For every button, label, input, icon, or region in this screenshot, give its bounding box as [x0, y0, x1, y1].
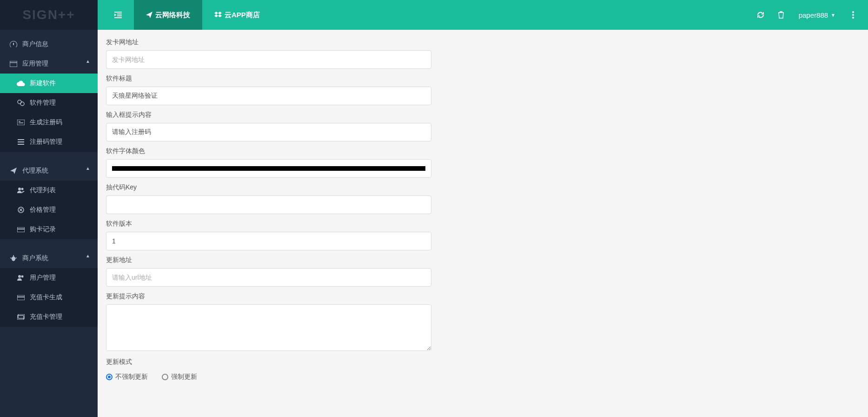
- nav-agent-list[interactable]: 代理列表: [0, 181, 98, 200]
- title-input[interactable]: [106, 87, 431, 105]
- card-url-input[interactable]: [106, 50, 431, 69]
- sidebar: SIGN++ 商户信息 应用管理 ▲ 新建软件 软件管理: [0, 0, 98, 417]
- nav: 商户信息 应用管理 ▲ 新建软件 软件管理 生成注册码: [0, 30, 98, 417]
- dropbox-icon: [214, 12, 222, 18]
- card-icon: [16, 120, 26, 125]
- plane-icon: [146, 12, 152, 18]
- dashboard-icon: [8, 41, 19, 47]
- update-url-input[interactable]: [106, 268, 431, 287]
- nav-merchant-system[interactable]: 商户系统 ▲: [0, 249, 98, 268]
- window-icon: [8, 61, 19, 67]
- svg-point-3: [20, 102, 24, 106]
- refresh-button[interactable]: [750, 0, 771, 30]
- refresh-icon: [757, 11, 764, 19]
- nav-label: 应用管理: [22, 60, 48, 68]
- nav-label: 商户信息: [22, 40, 48, 48]
- nav-sub-merchant: 用户管理 充值卡生成 充值卡管理: [0, 268, 98, 327]
- update-msg-textarea[interactable]: [106, 304, 431, 351]
- topbar: 云网络科技 云APP商店 paper888 ▼: [98, 0, 868, 30]
- nav-label: 代理列表: [30, 186, 56, 195]
- users-icon: [16, 188, 26, 193]
- nav-label: 商户系统: [22, 254, 48, 262]
- radio-no-force[interactable]: 不强制更新: [106, 373, 148, 381]
- svg-line-17: [10, 258, 12, 258]
- user-menu[interactable]: paper888 ▼: [791, 11, 843, 19]
- users-icon: [16, 275, 26, 281]
- svg-rect-21: [17, 295, 25, 300]
- radio-label: 不强制更新: [115, 373, 148, 381]
- card-url-label: 发卡网地址: [106, 38, 431, 47]
- more-button[interactable]: [843, 0, 863, 30]
- nav-recharge-gen[interactable]: 充值卡生成: [0, 288, 98, 307]
- nav-label: 价格管理: [30, 206, 56, 214]
- radio-icon: [106, 374, 113, 380]
- nav-merchant-info[interactable]: 商户信息: [0, 34, 98, 54]
- list-icon: [16, 139, 26, 145]
- nav-label: 新建软件: [30, 79, 56, 87]
- nav-label: 代理系统: [22, 167, 48, 175]
- nav-label: 用户管理: [30, 274, 56, 282]
- color-input[interactable]: [106, 159, 431, 178]
- svg-point-11: [21, 188, 24, 190]
- hint-label: 输入框提示内容: [106, 111, 431, 119]
- top-nav-cloud-tech[interactable]: 云网络科技: [134, 0, 202, 30]
- title-label: 软件标题: [106, 74, 431, 83]
- trash-button[interactable]: [771, 0, 791, 30]
- update-mode-radios: 不强制更新 强制更新: [106, 370, 431, 381]
- gears-icon: [16, 100, 26, 106]
- nav-recharge-manage[interactable]: 充值卡管理: [0, 307, 98, 327]
- nav-gen-regcode[interactable]: 生成注册码: [0, 113, 98, 132]
- version-input[interactable]: [106, 232, 431, 250]
- key-label: 抽代码Key: [106, 183, 431, 192]
- chevron-up-icon: ▲: [86, 166, 90, 171]
- svg-point-20: [21, 276, 24, 278]
- content: 发卡网地址 软件标题 输入框提示内容 软件字体颜色 抽代码Key: [98, 30, 868, 417]
- chevron-up-icon: ▲: [86, 59, 90, 64]
- svg-point-10: [18, 188, 21, 190]
- color-swatch: [112, 166, 425, 171]
- toggle-sidebar-button[interactable]: [102, 0, 134, 30]
- top-nav-label: 云网络科技: [155, 11, 190, 20]
- nav-purchase-record[interactable]: 购卡记录: [0, 220, 98, 239]
- trash-icon: [778, 11, 784, 19]
- svg-point-31: [852, 17, 854, 19]
- cloud-icon: [16, 81, 26, 86]
- plane-icon: [8, 168, 19, 174]
- nav-new-software[interactable]: 新建软件: [0, 74, 98, 93]
- hint-input[interactable]: [106, 123, 431, 141]
- nav-label: 软件管理: [30, 99, 56, 107]
- svg-rect-0: [10, 61, 17, 67]
- nav-price-manage[interactable]: 价格管理: [0, 200, 98, 220]
- nav-sub-app: 新建软件 软件管理 生成注册码 注册码管理: [0, 74, 98, 152]
- update-url-label: 更新地址: [106, 256, 431, 264]
- top-nav-app-store[interactable]: 云APP商店: [202, 0, 272, 30]
- username: paper888: [799, 11, 828, 19]
- version-label: 软件版本: [106, 220, 431, 228]
- key-input[interactable]: [106, 195, 431, 214]
- radio-icon: [162, 374, 168, 380]
- nav-label: 购卡记录: [30, 225, 56, 234]
- nav-sub-agent: 代理列表 价格管理 购卡记录: [0, 181, 98, 239]
- svg-rect-4: [17, 120, 25, 125]
- more-vert-icon: [852, 11, 854, 19]
- radio-label: 强制更新: [171, 373, 197, 381]
- cards-icon: [16, 314, 26, 320]
- indent-icon: [114, 12, 122, 18]
- svg-point-30: [852, 14, 854, 16]
- nav-agent-system[interactable]: 代理系统 ▲: [0, 161, 98, 181]
- nav-software-manage[interactable]: 软件管理: [0, 93, 98, 113]
- nav-user-manage[interactable]: 用户管理: [0, 268, 98, 288]
- color-label: 软件字体颜色: [106, 147, 431, 155]
- logo: SIGN++: [0, 0, 98, 30]
- radio-force[interactable]: 强制更新: [162, 373, 197, 381]
- update-msg-label: 更新提示内容: [106, 292, 431, 301]
- chevron-up-icon: ▲: [86, 253, 90, 258]
- nav-app-manage[interactable]: 应用管理 ▲: [0, 54, 98, 74]
- top-nav-label: 云APP商店: [225, 11, 260, 20]
- bug-icon: [8, 255, 19, 262]
- nav-label: 注册码管理: [30, 138, 62, 146]
- main: 云网络科技 云APP商店 paper888 ▼ 发卡: [98, 0, 868, 417]
- svg-point-19: [18, 275, 21, 278]
- nav-label: 充值卡生成: [30, 293, 62, 302]
- nav-regcode-manage[interactable]: 注册码管理: [0, 132, 98, 152]
